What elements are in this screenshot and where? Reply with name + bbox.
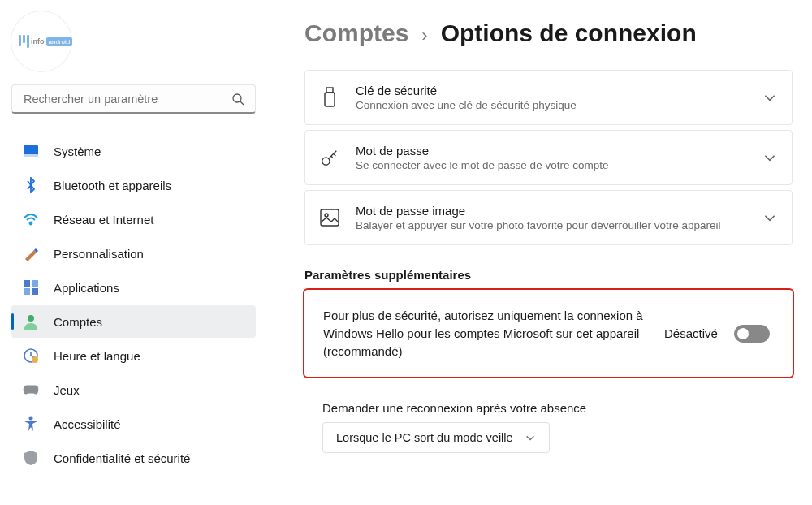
breadcrumb-parent[interactable]: Comptes (304, 19, 408, 47)
sidebar-item-apps[interactable]: Applications (11, 271, 256, 304)
svg-rect-7 (24, 288, 30, 295)
svg-rect-5 (24, 280, 30, 287)
svg-point-9 (28, 315, 34, 322)
search-icon (231, 93, 244, 106)
sidebar-item-label: Heure et langue (54, 349, 140, 363)
svg-point-0 (233, 94, 241, 102)
option-title: Mot de passe (356, 144, 746, 158)
option-title: Mot de passe image (356, 204, 746, 218)
svg-rect-2 (24, 145, 38, 155)
breadcrumb: Comptes › Options de connexion (304, 19, 793, 47)
gaming-icon (23, 382, 39, 398)
option-body: Mot de passe Se connecter avec le mot de… (356, 144, 746, 171)
sidebar-item-accounts[interactable]: Comptes (11, 305, 256, 338)
sidebar-nav: Système Bluetooth et appareils Réseau et… (11, 135, 256, 474)
svg-rect-3 (24, 154, 38, 157)
setting-label: Demander une reconnexion après votre abs… (322, 399, 775, 417)
option-security-key[interactable]: Clé de sécurité Connexion avec une clé d… (304, 70, 793, 125)
main-content: Comptes › Options de connexion Clé de sé… (264, 0, 812, 505)
privacy-icon (23, 450, 39, 466)
accounts-icon (23, 313, 39, 330)
option-subtitle: Se connecter avec le mot de passe de vot… (356, 159, 746, 171)
sidebar-item-label: Confidentialité et sécurité (54, 451, 190, 465)
svg-rect-8 (32, 288, 38, 295)
sidebar: infoandroid Système Bluetooth et apparei… (0, 0, 264, 505)
chevron-down-icon (762, 210, 777, 225)
reconnect-select[interactable]: Lorsque le PC sort du mode veille (322, 422, 550, 453)
breadcrumb-separator: › (421, 25, 427, 46)
option-subtitle: Balayer et appuyer sur votre photo favor… (356, 219, 746, 231)
svg-point-4 (30, 222, 32, 225)
option-password[interactable]: Mot de passe Se connecter avec le mot de… (304, 130, 793, 185)
option-body: Clé de sécurité Connexion avec une clé d… (356, 84, 746, 111)
avatar[interactable]: infoandroid (11, 11, 71, 71)
sidebar-item-privacy[interactable]: Confidentialité et sécurité (11, 442, 256, 474)
option-body: Mot de passe image Balayer et appuyer su… (356, 204, 746, 231)
option-picture-password[interactable]: Mot de passe image Balayer et appuyer su… (304, 190, 793, 245)
sidebar-item-label: Bluetooth et appareils (54, 179, 171, 192)
toggle-switch[interactable] (734, 325, 770, 343)
svg-rect-6 (32, 280, 38, 287)
svg-point-11 (32, 356, 38, 363)
svg-rect-14 (325, 93, 335, 106)
system-icon (23, 143, 39, 159)
bluetooth-icon (23, 177, 39, 193)
sidebar-item-label: Système (54, 145, 101, 158)
chevron-down-icon (762, 150, 777, 165)
time-icon (23, 347, 39, 364)
sidebar-item-label: Personnalisation (54, 247, 144, 261)
sidebar-item-label: Comptes (54, 315, 102, 329)
sidebar-item-time-language[interactable]: Heure et langue (11, 339, 256, 372)
sidebar-item-label: Jeux (54, 383, 80, 397)
network-icon (23, 211, 39, 227)
setting-text: Pour plus de sécurité, autorisez uniquem… (323, 307, 648, 360)
sidebar-item-network[interactable]: Réseau et Internet (11, 203, 256, 235)
select-value: Lorsque le PC sort du mode veille (336, 431, 513, 444)
sidebar-item-label: Applications (54, 281, 119, 295)
sidebar-item-label: Accessibilité (54, 417, 121, 431)
option-subtitle: Connexion avec une clé de sécurité physi… (356, 99, 746, 111)
chevron-down-icon (762, 90, 777, 105)
search-input[interactable] (11, 84, 256, 114)
sidebar-item-personalization[interactable]: Personnalisation (11, 237, 256, 270)
sidebar-item-system[interactable]: Système (11, 135, 256, 167)
sidebar-item-gaming[interactable]: Jeux (11, 373, 256, 406)
personalization-icon (23, 245, 39, 261)
apps-icon (23, 279, 39, 296)
section-heading-additional: Paramètres supplémentaires (304, 268, 793, 282)
chevron-down-icon (525, 432, 536, 443)
breadcrumb-current: Options de connexion (441, 19, 697, 47)
option-title: Clé de sécurité (356, 84, 746, 97)
svg-point-12 (29, 417, 33, 421)
accessibility-icon (23, 416, 39, 432)
avatar-logo: infoandroid (19, 33, 64, 50)
svg-rect-13 (326, 88, 333, 93)
toggle-state-label: Désactivé (664, 326, 718, 340)
key-icon (320, 148, 339, 167)
picture-icon (320, 208, 339, 227)
svg-rect-16 (321, 209, 339, 226)
search-field[interactable] (11, 84, 256, 114)
sidebar-item-bluetooth[interactable]: Bluetooth et appareils (11, 169, 256, 201)
sidebar-item-label: Réseau et Internet (54, 213, 153, 227)
svg-line-1 (240, 101, 244, 105)
usb-key-icon (320, 88, 339, 107)
sidebar-item-accessibility[interactable]: Accessibilité (11, 408, 256, 440)
setting-request-reconnect: Demander une reconnexion après votre abs… (304, 386, 793, 466)
svg-point-17 (325, 214, 328, 217)
setting-windows-hello-only: Pour plus de sécurité, autorisez uniquem… (304, 290, 793, 377)
